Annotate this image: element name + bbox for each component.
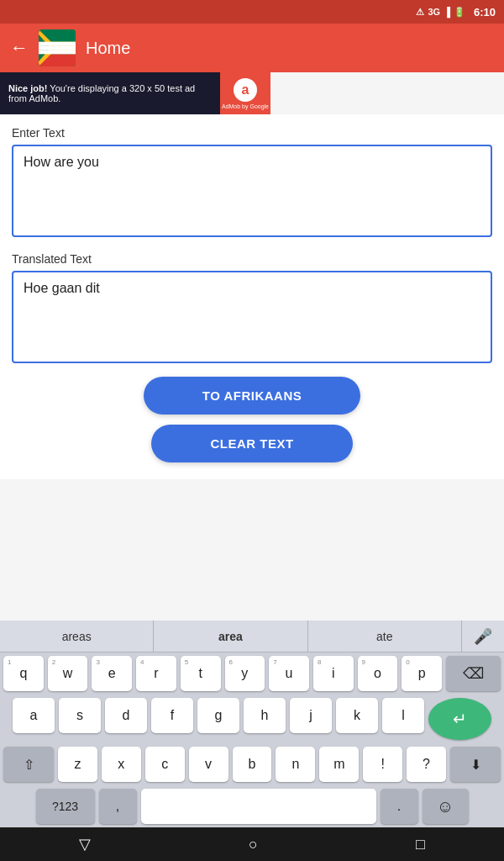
shift-right-button[interactable]: ⬇ [450,747,501,782]
spacebar[interactable] [141,789,376,824]
suggestion-area[interactable]: area [154,621,307,652]
key-e[interactable]: 3e [92,656,132,691]
key-b[interactable]: b [233,747,272,782]
key-m[interactable]: m [319,747,359,782]
toolbar: ← Home [0,24,504,72]
key-question[interactable]: ? [407,747,446,782]
status-bar: ⚠ 3G ▐ 🔋 6:10 [0,0,504,24]
action-buttons: TO AFRIKAANS CLEAR TEXT [12,377,492,471]
toolbar-title: Home [86,39,130,58]
svg-rect-10 [39,50,76,54]
shift-button[interactable]: ⇧ [3,747,54,782]
keyboard-number-row: 1q 2w 3e 4r 5t 6y 7u 8i 9o 0p ⌫ [0,652,504,695]
key-u[interactable]: 7u [269,656,309,691]
key-p[interactable]: 0p [402,656,442,691]
clear-text-button[interactable]: CLEAR TEXT [151,425,352,462]
translated-output: Hoe gaan dit [12,271,492,363]
svg-rect-8 [39,46,76,50]
translated-text-label: Translated Text [12,252,492,266]
alert-triangle-icon: ⚠ [416,7,424,18]
back-button[interactable]: ← [10,37,29,59]
ad-text: Nice job! You're displaying a 320 x 50 t… [0,78,220,108]
suggestion-ate[interactable]: ate [308,621,462,652]
nav-home-button[interactable]: ○ [249,836,258,853]
key-i[interactable]: 8i [313,656,354,691]
key-t[interactable]: 5t [181,656,221,691]
key-exclaim[interactable]: ! [363,747,402,782]
keyboard-middle-row: a s d f g h j k l ↵ [0,695,504,743]
key-j[interactable]: j [290,698,332,733]
key-g[interactable]: g [197,698,239,733]
comma-key[interactable]: , [99,789,137,824]
key-c[interactable]: c [145,747,185,782]
suggestion-areas[interactable]: areas [0,621,154,652]
backspace-button[interactable]: ⌫ [446,656,501,691]
keyboard: areas area ate 🎤 1q 2w 3e 4r 5t 6y 7u 8i… [0,621,504,827]
network-label: 3G [428,7,440,17]
enter-button[interactable]: ↵ [428,698,491,740]
numbers-button[interactable]: ?123 [36,789,95,824]
key-r[interactable]: 4r [136,656,176,691]
time-display: 6:10 [474,6,496,18]
key-f[interactable]: f [151,698,193,733]
ad-banner[interactable]: Nice job! You're displaying a 320 x 50 t… [0,72,270,114]
keyboard-space-row: ?123 , . ☺ [0,785,504,827]
key-h[interactable]: h [244,698,286,733]
bottom-nav: ▽ ○ □ [0,827,504,861]
admob-label: AdMob by Google [222,103,269,109]
admob-icon: a [234,78,257,102]
svg-rect-9 [39,42,76,46]
enter-text-label: Enter Text [12,126,492,140]
text-input[interactable]: How are you [12,145,492,237]
key-x[interactable]: x [102,747,141,782]
key-k[interactable]: k [336,698,378,733]
app-logo [39,29,76,66]
key-y[interactable]: 6y [225,656,265,691]
key-w[interactable]: 2w [48,656,88,691]
period-key[interactable]: . [381,789,418,824]
nav-back-button[interactable]: ▽ [79,835,91,853]
key-q[interactable]: 1q [3,656,44,691]
key-n[interactable]: n [276,747,315,782]
key-z[interactable]: z [58,747,97,782]
suggestion-bar: areas area ate 🎤 [0,621,504,652]
key-s[interactable]: s [59,698,101,733]
nav-recent-button[interactable]: □ [416,836,425,853]
signal-icon: ▐ [444,7,450,17]
admob-logo: a AdMob by Google [220,72,270,114]
mic-button[interactable]: 🎤 [462,621,504,652]
main-content: Enter Text How are you Translated Text H… [0,114,504,479]
keyboard-bottom-row: ⇧ z x c v b n m ! ? ⬇ [0,743,504,785]
key-l[interactable]: l [382,698,424,733]
key-a[interactable]: a [13,698,55,733]
key-o[interactable]: 9o [358,656,398,691]
emoji-button[interactable]: ☺ [423,789,469,824]
battery-icon: 🔋 [454,7,465,18]
key-d[interactable]: d [105,698,147,733]
status-icons: ⚠ 3G ▐ 🔋 6:10 [416,6,496,18]
key-v[interactable]: v [189,747,228,782]
to-afrikaans-button[interactable]: TO AFRIKAANS [144,377,361,415]
